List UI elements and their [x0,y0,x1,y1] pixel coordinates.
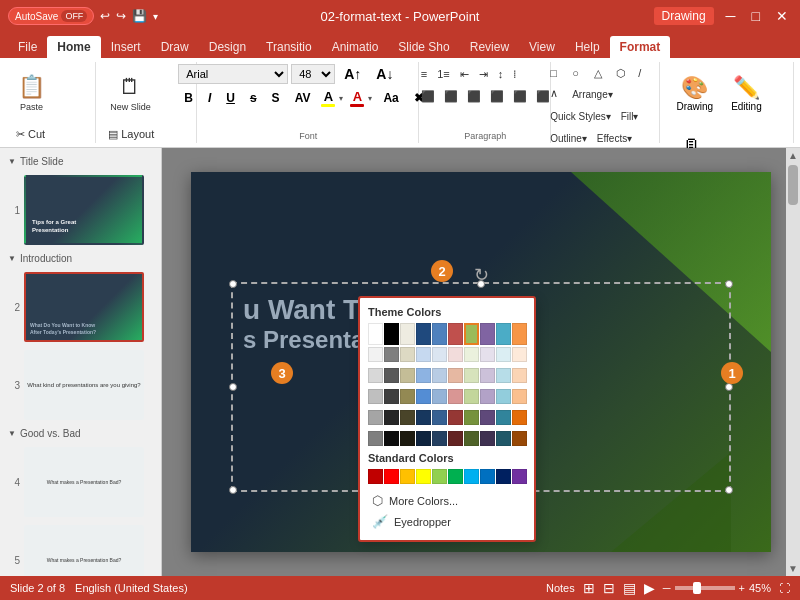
slide-thumb-1[interactable]: Tips for a Great Presentation [24,175,144,245]
ts-2-8[interactable] [496,389,511,404]
align-left-button[interactable]: ⬛ [417,86,439,106]
ts-0-9[interactable] [512,347,527,362]
shape-6[interactable]: ∧ [546,84,566,102]
tab-help[interactable]: Help [565,36,610,58]
fit-screen-button[interactable]: ⛶ [779,582,790,594]
ts-3-9[interactable] [512,410,527,425]
scroll-thumb[interactable] [788,165,798,205]
font-name-select[interactable]: Arial [178,64,288,84]
zoom-slider[interactable] [675,586,735,590]
ts-0-1[interactable] [384,347,399,362]
ts-4-4[interactable] [432,431,447,446]
ts-0-3[interactable] [416,347,431,362]
change-case-button[interactable]: Aa [377,88,404,108]
ts-1-1[interactable] [384,368,399,383]
swatch-top-1[interactable] [384,323,399,345]
ts-3-1[interactable] [384,410,399,425]
tab-insert[interactable]: Insert [101,36,151,58]
ts-4-3[interactable] [416,431,431,446]
undo-icon[interactable]: ↩ [100,9,110,23]
ts-0-0[interactable] [368,347,383,362]
italic-button[interactable]: I [202,88,217,108]
editing-btn[interactable]: ✏️ Editing [723,64,770,122]
ts-1-6[interactable] [464,368,479,383]
ts-2-7[interactable] [480,389,495,404]
swatch-top-5[interactable] [448,323,463,345]
ts-3-8[interactable] [496,410,511,425]
resize-handle-tl[interactable] [229,280,237,288]
swatch-top-8[interactable] [496,323,511,345]
notes-button[interactable]: Notes [546,582,575,594]
slide-sorter-icon[interactable]: ⊟ [603,580,615,596]
std-3[interactable] [416,469,431,484]
ts-4-5[interactable] [448,431,463,446]
text-direction-button[interactable]: ⬛ [509,86,531,106]
ts-1-8[interactable] [496,368,511,383]
underline-button[interactable]: U [220,88,241,108]
swatch-top-7[interactable] [480,323,495,345]
align-center-button[interactable]: ⬛ [440,86,462,106]
ts-3-5[interactable] [448,410,463,425]
autosave-toggle[interactable]: AutoSave OFF [8,7,94,25]
ts-1-0[interactable] [368,368,383,383]
ts-2-9[interactable] [512,389,527,404]
highlight-dropdown-arrow[interactable]: ▾ [337,94,345,103]
tab-draw[interactable]: Draw [151,36,199,58]
slide-thumb-2[interactable]: What Do You Want to Know After Today's P… [24,272,144,342]
redo-icon[interactable]: ↪ [116,9,126,23]
ts-3-6[interactable] [464,410,479,425]
minimize-icon[interactable]: ─ [722,8,740,24]
std-8[interactable] [496,469,511,484]
resize-handle-bl[interactable] [229,486,237,494]
slide-item-1[interactable]: 1 Tips for a Great Presentation [4,173,157,247]
ts-1-5[interactable] [448,368,463,383]
ts-2-2[interactable] [400,389,415,404]
std-0[interactable] [368,469,383,484]
std-2[interactable] [400,469,415,484]
layout-button[interactable]: ▤ Layout [104,124,158,144]
ts-0-6[interactable] [464,347,479,362]
ts-3-2[interactable] [400,410,415,425]
slide-thumb-5[interactable]: What makes a Presentation Bad? [24,525,144,576]
ts-4-1[interactable] [384,431,399,446]
shape-2[interactable]: ○ [568,64,588,82]
ts-1-7[interactable] [480,368,495,383]
std-9[interactable] [512,469,527,484]
ts-1-2[interactable] [400,368,415,383]
ts-2-6[interactable] [464,389,479,404]
ts-0-5[interactable] [448,347,463,362]
font-size-select[interactable]: 48 [291,64,335,84]
ts-4-6[interactable] [464,431,479,446]
slide-item-2[interactable]: 2 What Do You Want to Know After Today's… [4,270,157,344]
ts-4-0[interactable] [368,431,383,446]
std-6[interactable] [464,469,479,484]
arrange-button[interactable]: Arrange▾ [568,84,617,104]
restore-icon[interactable]: □ [748,8,764,24]
slideshow-icon[interactable]: ▶ [644,580,655,596]
swatch-top-0[interactable] [368,323,383,345]
resize-handle-br[interactable] [725,486,733,494]
bold-button[interactable]: B [178,88,199,108]
ts-3-3[interactable] [416,410,431,425]
std-5[interactable] [448,469,463,484]
normal-view-icon[interactable]: ⊞ [583,580,595,596]
ts-0-8[interactable] [496,347,511,362]
drawing-btn[interactable]: 🎨 Drawing [668,64,721,122]
tab-slideshow[interactable]: Slide Sho [388,36,459,58]
ts-1-3[interactable] [416,368,431,383]
tab-file[interactable]: File [8,36,47,58]
tab-review[interactable]: Review [460,36,519,58]
swatch-top-6[interactable] [464,323,479,345]
swatch-top-2[interactable] [400,323,415,345]
resize-handle-ml[interactable] [229,383,237,391]
align-right-button[interactable]: ⬛ [463,86,485,106]
resize-handle-tm[interactable] [477,280,485,288]
scroll-down-arrow[interactable]: ▼ [786,561,800,576]
ts-2-0[interactable] [368,389,383,404]
highlight-color-button[interactable]: A [319,88,337,108]
ts-3-0[interactable] [368,410,383,425]
swatch-top-4[interactable] [432,323,447,345]
shape-5[interactable]: / [634,64,654,82]
close-icon[interactable]: ✕ [772,8,792,24]
ts-1-4[interactable] [432,368,447,383]
